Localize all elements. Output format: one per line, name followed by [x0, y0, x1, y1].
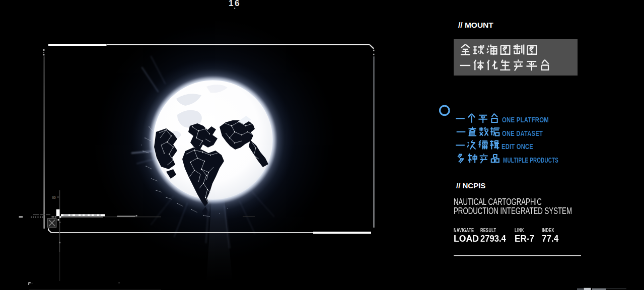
svg-text:00: 00	[52, 196, 56, 199]
